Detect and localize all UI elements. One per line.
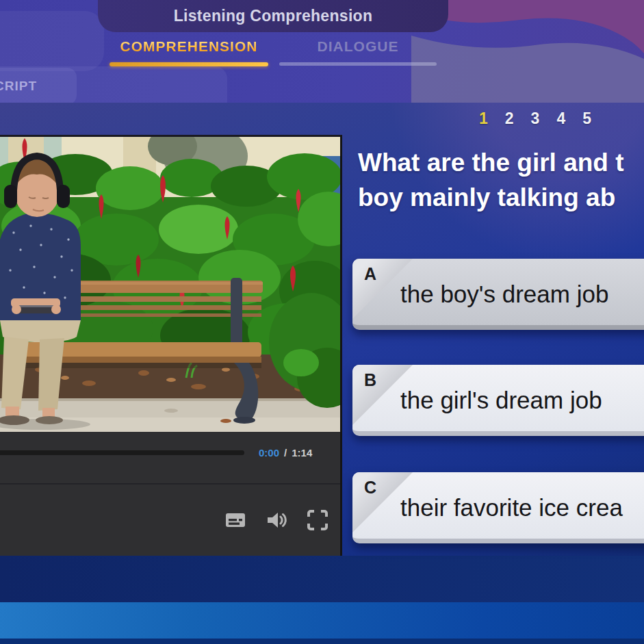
question-text: What are the girl and t boy mainly talki… (358, 145, 644, 215)
player-controls (0, 483, 340, 556)
answer-option-b-letter: B (364, 370, 376, 390)
footer-bottom-strip (0, 639, 644, 644)
total-duration: 1:14 (292, 447, 312, 459)
answer-option-c[interactable]: C their favorite ice crea (352, 472, 644, 543)
captions-icon (224, 508, 247, 532)
question-number-list: 1 2 3 4 5 (479, 110, 591, 128)
tab-comprehension-label: COMPREHENSION (120, 38, 258, 55)
fullscreen-button[interactable] (306, 508, 329, 532)
progress-bar[interactable] (0, 450, 244, 455)
answer-option-a[interactable]: A the boy's dream job (352, 259, 644, 330)
tab-script[interactable]: CRIPT (0, 68, 77, 105)
answer-option-c-letter: C (364, 478, 376, 498)
captions-button[interactable] (224, 508, 247, 532)
tab-script-label: CRIPT (0, 79, 37, 94)
video-player: 0:00 / 1:14 (0, 135, 342, 556)
answer-option-b[interactable]: B the girl's dream job (352, 365, 644, 436)
title-banner: Listening Comprehension (98, 0, 448, 32)
answer-option-c-text: their favorite ice crea (400, 472, 623, 543)
volume-icon (265, 508, 288, 532)
question-number-1[interactable]: 1 (479, 110, 488, 128)
tab-comprehension-underline (110, 62, 268, 66)
answer-option-a-text: the boy's dream job (400, 259, 608, 330)
question-number-3[interactable]: 3 (531, 110, 540, 128)
question-number-4[interactable]: 4 (556, 110, 565, 128)
footer-bright-band (0, 602, 644, 639)
time-display: 0:00 / 1:14 (259, 447, 312, 459)
tab-dialogue[interactable]: DIALOGUE (279, 38, 437, 71)
elapsed-time: 0:00 (259, 447, 279, 459)
answer-option-a-letter: A (364, 264, 376, 284)
video-scene[interactable] (0, 137, 340, 432)
answer-option-b-text: the girl's dream job (400, 365, 602, 436)
player-progress-row: 0:00 / 1:14 (0, 432, 340, 483)
question-number-2[interactable]: 2 (505, 110, 514, 128)
tab-dialogue-label: DIALOGUE (318, 38, 399, 55)
page-title: Listening Comprehension (174, 7, 373, 25)
question-line-2: boy mainly talking ab (358, 180, 644, 215)
header-decor-shape (0, 11, 104, 71)
time-separator: / (284, 447, 287, 459)
question-line-1: What are the girl and t (358, 145, 644, 180)
fullscreen-icon (306, 508, 329, 532)
footer-dark-band (0, 556, 644, 602)
tab-dialogue-underline (279, 62, 437, 66)
tab-comprehension[interactable]: COMPREHENSION (110, 38, 268, 71)
volume-button[interactable] (265, 508, 288, 532)
question-number-5[interactable]: 5 (582, 110, 591, 128)
